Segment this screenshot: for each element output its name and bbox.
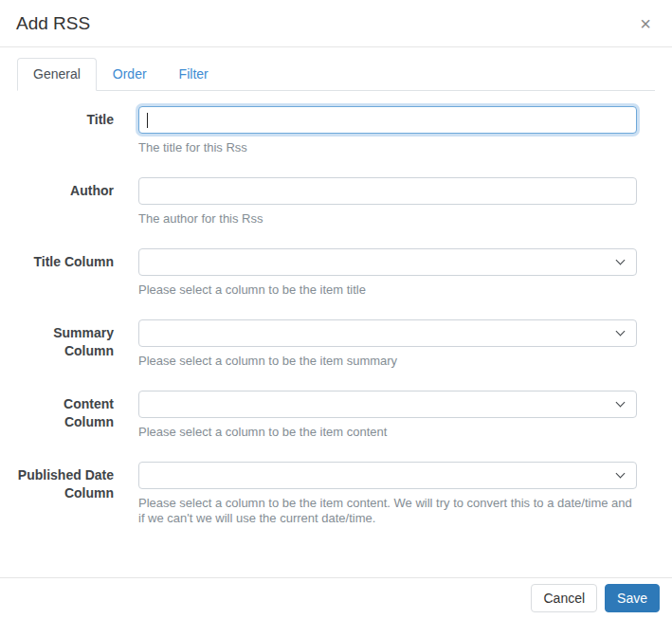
content-column-select[interactable] [138,391,637,418]
summary-column-label: Summary Column [17,319,114,369]
form-row-title: Title The title for this Rss [17,106,655,155]
text-caret [147,113,148,128]
tab-bar: General Order Filter [17,58,655,91]
modal-body: General Order Filter Title The title for… [0,47,672,577]
published-date-column-label: Published Date Column [17,462,114,526]
form-row-content-column: Content Column Please select a column to… [17,391,655,440]
title-input[interactable] [138,106,637,134]
title-column-help-text: Please select a column to be the item ti… [138,282,637,298]
tab-general[interactable]: General [17,58,97,91]
title-column-label: Title Column [17,248,114,298]
modal-header: Add RSS × [0,0,672,47]
form-row-summary-column: Summary Column Please select a column to… [17,319,655,369]
modal-footer: Cancel Save [0,577,672,619]
author-help-text: The author for this Rss [138,211,637,227]
title-label: Title [17,106,114,155]
form-row-author: Author The author for this Rss [17,177,655,227]
form-row-title-column: Title Column Please select a column to b… [17,248,655,298]
form-row-published-date-column: Published Date Column Please select a co… [17,462,655,526]
author-label: Author [17,177,114,227]
general-tab-panel: Title The title for this Rss Author The … [17,91,655,526]
content-column-label: Content Column [17,391,114,440]
tab-filter[interactable]: Filter [163,58,225,91]
close-icon[interactable]: × [634,12,657,35]
add-rss-modal: Add RSS × General Order Filter Title The… [0,0,672,619]
published-date-column-help-text: Please select a column to be the item co… [138,496,637,526]
modal-title: Add RSS [16,12,90,35]
summary-column-select[interactable] [138,319,637,347]
summary-column-help-text: Please select a column to be the item su… [138,354,637,369]
title-help-text: The title for this Rss [138,140,637,155]
save-button[interactable]: Save [605,584,660,612]
author-input[interactable] [138,177,637,205]
title-column-select[interactable] [138,248,637,276]
published-date-column-select[interactable] [138,462,637,489]
content-column-help-text: Please select a column to be the item co… [138,425,637,440]
tab-order[interactable]: Order [97,58,163,91]
cancel-button[interactable]: Cancel [531,584,597,612]
